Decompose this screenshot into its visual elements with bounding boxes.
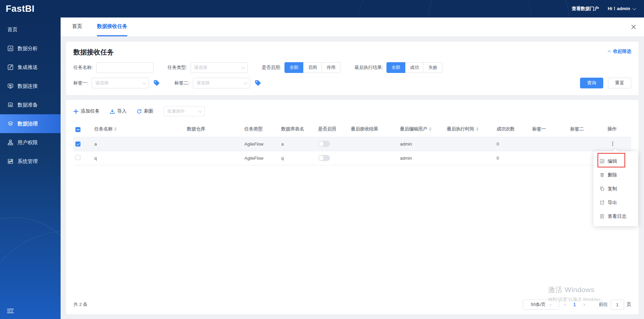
collapse-filter-link[interactable]: 收起筛选 <box>609 48 631 54</box>
chevron-down-icon <box>633 6 636 10</box>
table-row[interactable]: a AgileFlow a admin 0 <box>73 137 631 151</box>
current-page[interactable]: 1 <box>571 302 579 307</box>
sidebar-item-data-governance[interactable]: 数据治理 <box>0 114 61 133</box>
col-task-name[interactable]: 任务名称 <box>92 121 185 137</box>
header-right: 查看数据门户 Hi！admin <box>572 6 644 12</box>
close-icon[interactable] <box>631 24 637 30</box>
sidebar-item-data-preparation[interactable]: 数据准备 <box>0 95 61 114</box>
cell-last-editor: admin <box>398 137 445 151</box>
enabled-toggle[interactable] <box>318 141 330 147</box>
tab-data-receive-tasks[interactable]: 数据接收任务 <box>97 17 127 36</box>
log-icon <box>600 214 605 219</box>
sidebar-item-user-permissions[interactable]: 用户权限 <box>0 133 61 152</box>
menu-item-export[interactable]: 导出 <box>594 196 638 209</box>
sidebar-item-label: 系统管理 <box>18 158 38 165</box>
push-chart-icon <box>7 64 13 70</box>
org-chart-icon <box>7 139 13 146</box>
sidebar-item-label: 数据分析 <box>18 45 38 52</box>
page-unit-label: 页 <box>627 302 632 308</box>
task-name-input[interactable] <box>96 62 154 73</box>
sidebar: 首页 数据分析 集成推送 数据连接 数据准备 <box>0 17 61 319</box>
tag-icon[interactable] <box>153 79 160 87</box>
enabled-on-button[interactable]: 启用 <box>303 62 322 73</box>
col-tag1: 标签一 <box>530 121 568 137</box>
cell-success-count: 0 <box>495 137 530 151</box>
task-type-label: 任务类型: <box>168 65 187 71</box>
portal-link[interactable]: 查看数据门户 <box>572 6 599 12</box>
tag1-select[interactable]: 请选择 <box>92 78 149 88</box>
table-row[interactable]: q AgileFlow q admin 0 <box>73 151 631 165</box>
filter-row-2: 标签一: 请选择 标签二: 请选择 查询 重置 <box>73 78 631 88</box>
tag2-label: 标签二: <box>174 80 189 86</box>
tag-icon[interactable] <box>254 79 262 87</box>
enabled-all-button[interactable]: 全部 <box>284 62 303 73</box>
batch-actions-select[interactable]: 批量操作 <box>164 106 205 116</box>
import-button[interactable]: 导入 <box>110 108 127 114</box>
prev-page-button[interactable]: ‹ <box>559 302 571 308</box>
tab-home[interactable]: 首页 <box>72 17 82 36</box>
tag2-select[interactable]: 请选择 <box>193 78 250 88</box>
enabled-toggle[interactable] <box>318 155 330 161</box>
cell-db-table: q <box>279 151 316 165</box>
sidebar-item-label: 首页 <box>7 27 18 33</box>
app-header: FastBI 查看数据门户 Hi！admin <box>0 0 644 17</box>
total-count: 共 2 条 <box>73 302 88 308</box>
sidebar-item-label: 数据准备 <box>18 102 38 108</box>
cell-last-editor: admin <box>398 151 445 165</box>
col-warehouse: 数据仓库 <box>185 121 242 137</box>
col-task-type: 任务类型 <box>242 121 279 137</box>
laptop-icon <box>7 102 13 108</box>
result-success-button[interactable]: 成功 <box>405 62 424 73</box>
table-toolbar: 添加任务 导入 刷新 批量操作 <box>73 105 631 117</box>
search-button[interactable]: 查询 <box>580 78 603 88</box>
menu-item-edit[interactable]: 编辑 <box>594 154 638 168</box>
col-last-time[interactable]: 最后执行时间 <box>445 121 495 137</box>
sidebar-item-label: 数据治理 <box>18 121 38 127</box>
result-all-button[interactable]: 全部 <box>386 62 405 73</box>
menu-item-view-log[interactable]: 查看日志 <box>594 209 638 223</box>
row-actions-menu: 编辑 删除 复制 导出 查看日志 <box>594 151 638 226</box>
next-page-button[interactable]: › <box>579 302 590 308</box>
add-task-button[interactable]: 添加任务 <box>73 108 100 114</box>
sidebar-item-integration-push[interactable]: 集成推送 <box>0 58 61 77</box>
sidebar-item-home[interactable]: 首页 <box>0 20 61 39</box>
page-content: 数据接收任务 收起筛选 任务名称: 任务类型: 请选择 是否启用: 全部 启用 … <box>61 36 644 319</box>
enabled-off-button[interactable]: 停用 <box>321 62 340 73</box>
select-all-checkbox[interactable] <box>75 127 80 132</box>
row-actions-icon[interactable] <box>610 141 616 147</box>
col-last-editor[interactable]: 最后编辑用户 <box>398 121 445 137</box>
reset-button[interactable]: 重置 <box>608 78 631 88</box>
page-size-select[interactable]: 50条/页 <box>523 300 559 310</box>
task-type-select[interactable]: 请选择 <box>191 62 248 73</box>
plus-icon <box>73 109 78 114</box>
menu-item-copy[interactable]: 复制 <box>594 182 638 196</box>
col-tag2: 标签二 <box>568 121 606 137</box>
result-fail-button[interactable]: 失败 <box>423 62 442 73</box>
sidebar-item-system-management[interactable]: 系统管理 <box>0 152 61 171</box>
tab-bar: 首页 数据接收任务 <box>61 17 644 36</box>
sidebar-item-data-analysis[interactable]: 数据分析 <box>0 39 61 58</box>
goto-page-input[interactable] <box>611 300 624 310</box>
sidebar-item-data-connection[interactable]: 数据连接 <box>0 77 61 95</box>
table-header-row: 任务名称 数据仓库 任务类型 数据库表名 是否启用 最后接收结果 最后编辑用户 … <box>73 121 631 137</box>
cell-task-name: q <box>92 151 185 165</box>
sidebar-item-label: 集成推送 <box>18 64 38 71</box>
row-checkbox[interactable] <box>75 155 80 160</box>
col-db-table: 数据库表名 <box>279 121 316 137</box>
sort-icon[interactable] <box>476 127 479 131</box>
last-result-label: 最后执行结果: <box>354 65 383 71</box>
row-checkbox[interactable] <box>75 142 80 147</box>
sort-icon[interactable] <box>114 127 117 131</box>
cell-last-time <box>445 137 495 151</box>
refresh-button[interactable]: 刷新 <box>137 108 154 114</box>
pagination: 50条/页 ‹ 1 › 前往 页 <box>523 300 631 310</box>
menu-item-delete[interactable]: 删除 <box>594 168 638 182</box>
user-menu[interactable]: Hi！admin <box>608 6 635 12</box>
cell-tag1 <box>530 151 568 165</box>
enabled-label: 是否启用: <box>262 65 281 71</box>
task-table: 任务名称 数据仓库 任务类型 数据库表名 是否启用 最后接收结果 最后编辑用户 … <box>73 121 631 165</box>
sort-icon[interactable] <box>429 127 432 131</box>
cell-task-type: AgileFlow <box>242 137 279 151</box>
sidebar-collapse-button[interactable] <box>7 308 14 314</box>
app-logo: FastBI <box>0 4 61 14</box>
